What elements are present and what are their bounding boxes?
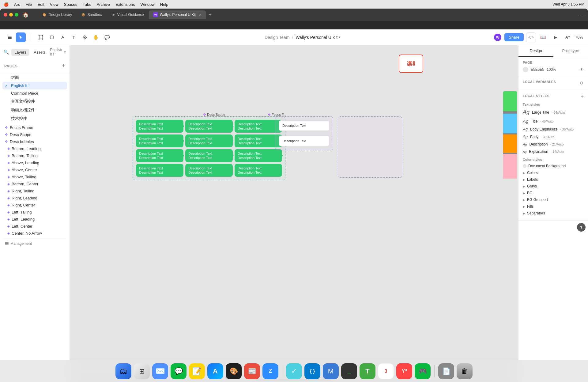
spaces-menu[interactable]: Spaces [64,2,77,7]
tabs-menu[interactable]: Tabs [83,2,91,7]
tab-design[interactable]: Design [518,45,553,57]
maximize-button[interactable] [15,13,18,17]
canvas-area[interactable]: 楽Ⅱ ❖ Desc Scope ❖ Focus F... [70,45,518,382]
dock-things[interactable]: ✓ [286,363,302,379]
dock-figma[interactable]: 🎨 [226,363,242,379]
layer-above-leading[interactable]: ◈ Above, Leading [0,159,70,166]
dock-appstore[interactable]: A [207,363,223,379]
dock-reeder[interactable]: 📰 [244,363,260,379]
tab-wallyuikit[interactable]: W Wally's Personal UIKit ✕ [149,10,206,19]
code-view-button[interactable]: </> [526,32,536,42]
book-icon[interactable]: 📖 [538,32,548,42]
color-style-separators[interactable]: ▶ Separators [523,210,584,217]
text-tool-button[interactable]: T [69,32,79,42]
page-item-tech[interactable]: 技术控件 [2,114,67,123]
dock-wechat2[interactable]: 🎮 [415,363,431,379]
dock-launchpad[interactable]: ⊞ [134,363,150,379]
text-style-title[interactable]: Ag Title · 48/Auto [523,117,584,125]
zoom-level[interactable]: 70% [575,35,583,40]
tab-design-library[interactable]: 🎨 Design Library [38,10,76,19]
browser-more-button[interactable]: ··· [578,12,584,18]
color-style-bg[interactable]: ▶ BG [523,190,584,196]
dock-calendar[interactable]: 3 [378,363,394,379]
help-menu[interactable]: Help [160,2,168,7]
layer-left-tailing[interactable]: ◈ Left, Tailing [0,209,70,216]
layer-center-no-arrow[interactable]: ◈ Center, No Arrow [0,230,70,237]
layer-above-center[interactable]: ◈ Above, Center [0,166,70,173]
tab-assets[interactable]: Assets [31,49,49,56]
dock-trash[interactable]: 🗑 [457,363,473,379]
dock-vscode[interactable]: { } [304,363,320,379]
layer-above-tailing[interactable]: ◈ Above, Tailing [0,173,70,180]
component-tool-button[interactable] [80,32,90,42]
minimize-button[interactable] [9,13,13,17]
layer-focus-frame[interactable]: ❖ Focus Frame [0,124,70,131]
dock-terminal[interactable]: _ [341,363,357,379]
dock-dictionary[interactable]: Yᵈ [396,363,412,379]
color-style-bg-grouped[interactable]: ▶ BG Grouped [523,196,584,203]
color-style-doc-bg[interactable]: Document Background [523,163,584,169]
tab-visual-guidance[interactable]: 👁 Visual Guidance [107,10,148,19]
play-button[interactable]: ▶ [551,32,560,42]
text-style-body[interactable]: Ag Body · 36/Auto [523,133,584,141]
tab-wallyuikit-close[interactable]: ✕ [199,13,202,17]
comment-tool-button[interactable]: 💬 [102,32,112,42]
edit-menu[interactable]: Edit [37,2,44,7]
accessibility-button[interactable]: A⁺ [563,32,573,42]
dock-wechat[interactable]: 💬 [171,363,187,379]
pen-tool-button[interactable] [58,32,68,42]
file-menu[interactable]: File [26,2,32,7]
page-item-interactive[interactable]: 交互文档控件 [2,97,67,106]
vars-adjust-icon[interactable]: ⚙ [580,81,584,85]
language-selector[interactable]: English It ! ▾ [50,48,66,56]
apple-menu[interactable]: 🍎 [4,2,9,7]
layer-right-center[interactable]: ◈ Right, Center [0,202,70,209]
add-page-button[interactable]: + [62,63,65,69]
layer-bottom-leading[interactable]: ◈ Bottom, Leading [0,145,70,152]
hand-tool-button[interactable]: ✋ [91,32,101,42]
color-style-grays[interactable]: ▶ Grays [523,183,584,190]
text-style-description[interactable]: Ag Description · 21/Auto [523,141,584,148]
window-menu[interactable]: Window [141,2,155,7]
tab-sandbox[interactable]: 📦 Sandbox [77,10,106,19]
add-tab-button[interactable]: + [206,11,214,18]
dock-notes[interactable]: 📝 [189,363,205,379]
page-color-swatch[interactable] [523,67,528,72]
share-button[interactable]: Share [504,33,524,41]
visibility-icon[interactable]: 👁 [580,67,584,72]
layer-right-leading[interactable]: ◈ Right, Leading [0,195,70,202]
layer-desc-scope[interactable]: ❖ Desc Scope [0,131,70,138]
management-section[interactable]: Management [0,240,70,248]
move-tool-button[interactable] [16,32,26,42]
extensions-menu[interactable]: Extensions [115,2,135,7]
color-style-fills[interactable]: ▶ Fills [523,203,584,210]
frame-tool-button[interactable] [36,32,46,42]
page-item-english[interactable]: ✓ English It ! [2,82,67,89]
arc-menu[interactable]: Arc [14,2,20,7]
archive-menu[interactable]: Archive [97,2,110,7]
add-style-button[interactable]: + [580,94,584,100]
search-icon[interactable]: 🔍 [4,50,9,55]
layer-left-leading[interactable]: ◈ Left, Leading [0,216,70,223]
help-button[interactable]: ? [577,223,586,232]
view-menu[interactable]: View [50,2,58,7]
text-style-body-emphasize[interactable]: Ag Body Emphasize · 36/Auto [523,125,584,133]
color-style-colors[interactable]: ▶ Colors [523,169,584,176]
page-item-common-piece[interactable]: Common Piece [2,89,67,97]
project-name[interactable]: Wally's Personal UIKit ▾ [296,35,341,40]
close-button[interactable] [4,13,7,17]
dock-typora[interactable]: T [360,363,375,379]
layer-bottom-tailing[interactable]: ◈ Bottom, Tailing [0,152,70,159]
layer-right-tailing[interactable]: ◈ Right, Tailing [0,187,70,195]
shape-tool-button[interactable] [47,32,57,42]
dock-finder[interactable]: 🗂 [115,363,131,379]
page-item-fengmian[interactable]: 封面 [2,73,67,82]
tab-layers[interactable]: Layers [11,49,29,56]
home-icon[interactable]: 🏠 [23,12,29,18]
dock-mimestream[interactable]: M [323,363,339,379]
menu-tool-button[interactable] [5,32,15,42]
tab-prototype[interactable]: Prototype [553,45,588,57]
layer-left-center[interactable]: ◈ Left, Center [0,223,70,230]
layer-desc-bubbles[interactable]: ❖ Desc bubbles [0,138,70,145]
text-style-large-title[interactable]: Ag Large Title · 64/Auto [523,108,584,117]
